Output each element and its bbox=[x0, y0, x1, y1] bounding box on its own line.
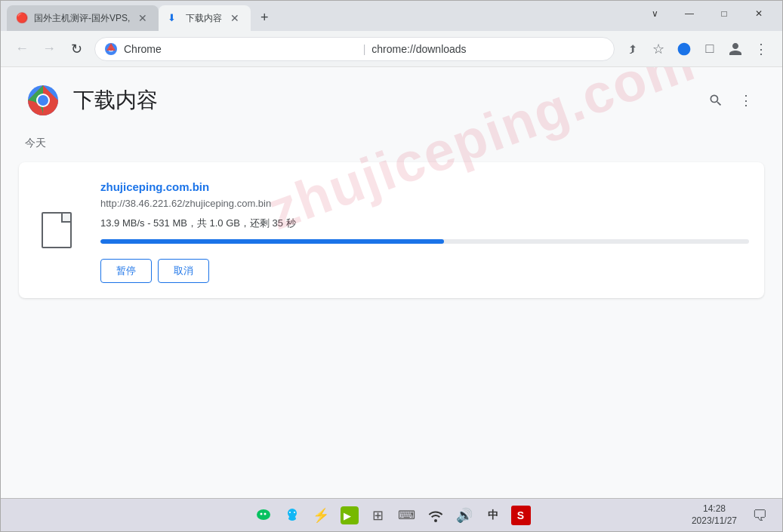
clock-date: 2023/11/27 bbox=[692, 515, 737, 528]
svg-point-9 bbox=[260, 512, 262, 515]
forward-button[interactable]: → bbox=[37, 37, 61, 61]
toolbar-icons: ⮭ ☆ □ ⋮ bbox=[621, 37, 773, 61]
tab-2[interactable]: ⬇ 下载内容 ✕ bbox=[159, 5, 251, 31]
cancel-button[interactable]: 取消 bbox=[158, 259, 209, 283]
new-tab-button[interactable]: + bbox=[254, 7, 275, 28]
download-button[interactable] bbox=[672, 37, 696, 61]
download-icon-area bbox=[19, 162, 94, 298]
chrome-menu-button[interactable]: ⋮ bbox=[749, 37, 773, 61]
clock-time: 14:28 bbox=[692, 503, 737, 515]
section-today-label: 今天 bbox=[1, 131, 782, 156]
svg-text:▶: ▶ bbox=[344, 511, 351, 521]
address-separator: | bbox=[363, 43, 366, 55]
minimize-button[interactable]: — bbox=[672, 2, 707, 25]
maximize-button[interactable]: □ bbox=[707, 2, 741, 25]
tab1-title: 国外主机测评-国外VPS, bbox=[34, 12, 130, 25]
download-item: zhujiceping.com.bin http://38.46.221.62/… bbox=[19, 162, 764, 298]
tab-1[interactable]: 🔴 国外主机测评-国外VPS, ✕ bbox=[7, 5, 159, 31]
downloads-title-area: 下载内容 bbox=[25, 82, 158, 118]
tab1-favicon: 🔴 bbox=[16, 12, 28, 24]
taskbar-nvidia-icon[interactable]: ▶ bbox=[339, 505, 360, 526]
taskbar-notification-icon[interactable]: 🗨 bbox=[752, 506, 767, 524]
search-icon-button[interactable] bbox=[704, 88, 728, 112]
tabs-area: 🔴 国外主机测评-国外VPS, ✕ ⬇ 下载内容 ✕ + bbox=[1, 1, 631, 31]
address-url-text: chrome://downloads bbox=[371, 43, 605, 55]
download-status: 13.9 MB/s - 531 MB，共 1.0 GB，还剩 35 秒 bbox=[100, 217, 749, 230]
tab2-favicon: ⬇ bbox=[168, 12, 180, 24]
downloads-header: 下载内容 ⋮ bbox=[1, 67, 782, 131]
taskbar-wps-icon[interactable]: S bbox=[511, 506, 531, 525]
download-info: zhujiceping.com.bin http://38.46.221.62/… bbox=[94, 162, 764, 298]
svg-point-12 bbox=[288, 516, 296, 521]
svg-point-10 bbox=[264, 512, 266, 515]
progress-bar-container bbox=[100, 239, 749, 244]
taskbar-volume-icon[interactable]: 🔊 bbox=[454, 505, 475, 526]
file-icon bbox=[42, 212, 72, 248]
taskbar-network-icon[interactable]: ⌨ bbox=[396, 505, 418, 526]
page-title: 下载内容 bbox=[73, 86, 158, 115]
back-button[interactable]: ← bbox=[10, 37, 34, 61]
taskbar-wechat-icon[interactable] bbox=[253, 505, 274, 526]
refresh-button[interactable]: ↻ bbox=[64, 37, 88, 61]
taskbar-wifi-icon[interactable] bbox=[425, 505, 446, 526]
toolbar: ← → ↻ Chrome | chrome://downloads ⮭ bbox=[1, 31, 782, 67]
titlebar: 🔴 国外主机测评-国外VPS, ✕ ⬇ 下载内容 ✕ + ∨ — □ ✕ bbox=[1, 1, 782, 31]
download-url: http://38.46.221.62/zhujiceping.com.bin bbox=[100, 198, 749, 209]
tab2-close-button[interactable]: ✕ bbox=[228, 11, 242, 25]
address-bar[interactable]: Chrome | chrome://downloads bbox=[94, 37, 615, 61]
header-actions: ⋮ bbox=[704, 88, 758, 112]
address-favicon bbox=[104, 42, 118, 56]
taskbar-icons: ⚡ ▶ ⊞ ⌨ 🔊 中 S bbox=[253, 505, 531, 526]
share-button[interactable]: ⮭ bbox=[621, 37, 645, 61]
close-button[interactable]: ✕ bbox=[741, 2, 776, 25]
tab2-title: 下载内容 bbox=[186, 12, 222, 25]
taskbar-ime-icon[interactable]: 中 bbox=[482, 505, 504, 526]
browser-window: 🔴 国外主机测评-国外VPS, ✕ ⬇ 下载内容 ✕ + ∨ — □ ✕ ← →… bbox=[0, 0, 783, 532]
taskbar: ⚡ ▶ ⊞ ⌨ 🔊 中 S 14:28 2023/11/27 � bbox=[1, 498, 782, 531]
taskbar-bluetooth-icon[interactable]: ⚡ bbox=[310, 505, 331, 526]
page-content: zhujiceping.com bbox=[1, 67, 782, 498]
taskbar-qq-icon[interactable] bbox=[282, 505, 303, 526]
svg-point-7 bbox=[38, 95, 48, 106]
window-controls: ∨ — □ ✕ bbox=[631, 2, 782, 25]
progress-bar-fill bbox=[100, 239, 444, 244]
svg-point-13 bbox=[289, 512, 291, 513]
download-filename[interactable]: zhujiceping.com.bin bbox=[100, 180, 749, 193]
chrome-logo bbox=[25, 82, 61, 118]
bookmark-button[interactable]: ☆ bbox=[646, 37, 670, 61]
taskbar-clock: 14:28 2023/11/27 bbox=[692, 503, 737, 528]
page-menu-button[interactable]: ⋮ bbox=[734, 88, 758, 112]
svg-point-14 bbox=[294, 512, 295, 513]
pause-button[interactable]: 暂停 bbox=[100, 259, 152, 283]
svg-point-8 bbox=[257, 509, 270, 520]
profile-button[interactable] bbox=[723, 37, 748, 61]
split-view-button[interactable]: □ bbox=[698, 37, 722, 61]
tab1-close-button[interactable]: ✕ bbox=[136, 11, 150, 25]
address-brand-text: Chrome bbox=[124, 43, 357, 55]
window-menu-button[interactable]: ∨ bbox=[637, 2, 672, 25]
taskbar-apps-icon[interactable]: ⊞ bbox=[368, 505, 389, 526]
download-actions: 暂停 取消 bbox=[100, 259, 749, 283]
